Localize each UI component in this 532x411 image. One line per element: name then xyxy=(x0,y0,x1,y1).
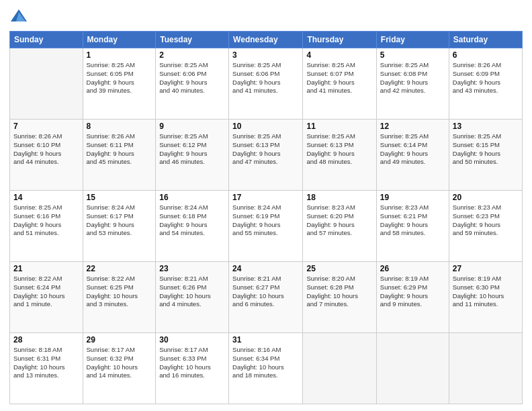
day-number: 12 xyxy=(380,122,445,131)
calendar-cell: 19Sunrise: 8:23 AM Sunset: 6:21 PM Dayli… xyxy=(376,191,449,262)
day-info: Sunrise: 8:19 AM Sunset: 6:30 PM Dayligh… xyxy=(453,275,519,309)
calendar-cell: 27Sunrise: 8:19 AM Sunset: 6:30 PM Dayli… xyxy=(449,262,522,333)
calendar-cell: 12Sunrise: 8:25 AM Sunset: 6:14 PM Dayli… xyxy=(376,120,449,191)
day-info: Sunrise: 8:25 AM Sunset: 6:05 PM Dayligh… xyxy=(87,61,152,95)
calendar-col-friday: Friday xyxy=(376,32,449,48)
day-number: 29 xyxy=(87,335,152,345)
calendar-cell: 20Sunrise: 8:23 AM Sunset: 6:23 PM Dayli… xyxy=(449,191,522,262)
calendar-week-4: 28Sunrise: 8:18 AM Sunset: 6:31 PM Dayli… xyxy=(10,333,523,404)
day-info: Sunrise: 8:17 AM Sunset: 6:33 PM Dayligh… xyxy=(159,346,225,380)
calendar-col-tuesday: Tuesday xyxy=(156,32,229,48)
day-info: Sunrise: 8:25 AM Sunset: 6:16 PM Dayligh… xyxy=(13,203,79,238)
calendar-cell: 5Sunrise: 8:25 AM Sunset: 6:08 PM Daylig… xyxy=(376,48,449,120)
header xyxy=(9,7,523,26)
day-info: Sunrise: 8:20 AM Sunset: 6:28 PM Dayligh… xyxy=(306,275,372,309)
day-info: Sunrise: 8:25 AM Sunset: 6:13 PM Dayligh… xyxy=(232,132,299,167)
day-info: Sunrise: 8:25 AM Sunset: 6:15 PM Dayligh… xyxy=(453,132,519,167)
calendar-cell: 3Sunrise: 8:25 AM Sunset: 6:06 PM Daylig… xyxy=(229,48,303,120)
calendar-cell: 17Sunrise: 8:24 AM Sunset: 6:19 PM Dayli… xyxy=(229,191,303,262)
calendar-cell: 1Sunrise: 8:25 AM Sunset: 6:05 PM Daylig… xyxy=(83,48,156,120)
calendar-cell: 16Sunrise: 8:24 AM Sunset: 6:18 PM Dayli… xyxy=(156,191,229,262)
calendar-cell: 10Sunrise: 8:25 AM Sunset: 6:13 PM Dayli… xyxy=(229,120,303,191)
calendar-cell: 13Sunrise: 8:25 AM Sunset: 6:15 PM Dayli… xyxy=(449,120,522,191)
day-number: 15 xyxy=(87,193,152,202)
day-number: 1 xyxy=(87,50,152,60)
day-number: 17 xyxy=(232,193,299,202)
calendar-cell: 2Sunrise: 8:25 AM Sunset: 6:06 PM Daylig… xyxy=(156,48,229,120)
day-info: Sunrise: 8:23 AM Sunset: 6:21 PM Dayligh… xyxy=(380,203,445,238)
day-number: 3 xyxy=(232,50,299,60)
calendar-cell xyxy=(10,48,83,120)
day-number: 13 xyxy=(453,122,519,131)
day-info: Sunrise: 8:17 AM Sunset: 6:32 PM Dayligh… xyxy=(87,346,152,380)
day-number: 22 xyxy=(87,264,152,273)
day-info: Sunrise: 8:16 AM Sunset: 6:34 PM Dayligh… xyxy=(232,346,299,380)
calendar-week-2: 14Sunrise: 8:25 AM Sunset: 6:16 PM Dayli… xyxy=(10,191,523,262)
calendar-cell: 22Sunrise: 8:22 AM Sunset: 6:25 PM Dayli… xyxy=(83,262,156,333)
calendar-cell: 26Sunrise: 8:19 AM Sunset: 6:29 PM Dayli… xyxy=(376,262,449,333)
calendar-cell: 31Sunrise: 8:16 AM Sunset: 6:34 PM Dayli… xyxy=(229,333,303,404)
calendar-col-thursday: Thursday xyxy=(303,32,376,48)
calendar-week-0: 1Sunrise: 8:25 AM Sunset: 6:05 PM Daylig… xyxy=(10,48,523,120)
day-number: 4 xyxy=(306,50,372,60)
day-info: Sunrise: 8:25 AM Sunset: 6:07 PM Dayligh… xyxy=(306,61,372,95)
day-info: Sunrise: 8:25 AM Sunset: 6:13 PM Dayligh… xyxy=(306,132,372,167)
day-info: Sunrise: 8:24 AM Sunset: 6:19 PM Dayligh… xyxy=(232,203,299,238)
day-info: Sunrise: 8:24 AM Sunset: 6:17 PM Dayligh… xyxy=(87,203,152,238)
day-info: Sunrise: 8:23 AM Sunset: 6:20 PM Dayligh… xyxy=(306,203,372,238)
calendar-cell: 29Sunrise: 8:17 AM Sunset: 6:32 PM Dayli… xyxy=(83,333,156,404)
calendar-cell xyxy=(449,333,522,404)
calendar-table: SundayMondayTuesdayWednesdayThursdayFrid… xyxy=(9,31,523,404)
calendar-cell: 6Sunrise: 8:26 AM Sunset: 6:09 PM Daylig… xyxy=(449,48,522,120)
day-info: Sunrise: 8:18 AM Sunset: 6:31 PM Dayligh… xyxy=(13,346,79,380)
calendar-cell: 18Sunrise: 8:23 AM Sunset: 6:20 PM Dayli… xyxy=(303,191,376,262)
day-info: Sunrise: 8:22 AM Sunset: 6:24 PM Dayligh… xyxy=(13,275,79,309)
calendar-cell: 23Sunrise: 8:21 AM Sunset: 6:26 PM Dayli… xyxy=(156,262,229,333)
day-number: 21 xyxy=(13,264,79,273)
day-number: 11 xyxy=(306,122,372,131)
calendar-cell: 28Sunrise: 8:18 AM Sunset: 6:31 PM Dayli… xyxy=(10,333,83,404)
day-info: Sunrise: 8:23 AM Sunset: 6:23 PM Dayligh… xyxy=(453,203,519,238)
calendar-col-monday: Monday xyxy=(83,32,156,48)
day-info: Sunrise: 8:25 AM Sunset: 6:06 PM Dayligh… xyxy=(232,61,299,95)
day-number: 24 xyxy=(232,264,299,273)
day-number: 23 xyxy=(159,264,225,273)
calendar-header-row: SundayMondayTuesdayWednesdayThursdayFrid… xyxy=(10,32,523,48)
calendar-cell: 14Sunrise: 8:25 AM Sunset: 6:16 PM Dayli… xyxy=(10,191,83,262)
day-info: Sunrise: 8:22 AM Sunset: 6:25 PM Dayligh… xyxy=(87,275,152,309)
day-number: 26 xyxy=(380,264,445,273)
calendar-cell: 9Sunrise: 8:25 AM Sunset: 6:12 PM Daylig… xyxy=(156,120,229,191)
calendar-week-1: 7Sunrise: 8:26 AM Sunset: 6:10 PM Daylig… xyxy=(10,120,523,191)
page: SundayMondayTuesdayWednesdayThursdayFrid… xyxy=(0,0,532,411)
day-info: Sunrise: 8:26 AM Sunset: 6:11 PM Dayligh… xyxy=(87,132,152,167)
day-info: Sunrise: 8:25 AM Sunset: 6:12 PM Dayligh… xyxy=(159,132,225,167)
calendar-cell: 24Sunrise: 8:21 AM Sunset: 6:27 PM Dayli… xyxy=(229,262,303,333)
logo-icon xyxy=(9,7,28,26)
calendar-cell: 30Sunrise: 8:17 AM Sunset: 6:33 PM Dayli… xyxy=(156,333,229,404)
day-number: 8 xyxy=(87,122,152,131)
calendar-cell: 15Sunrise: 8:24 AM Sunset: 6:17 PM Dayli… xyxy=(83,191,156,262)
day-info: Sunrise: 8:26 AM Sunset: 6:10 PM Dayligh… xyxy=(13,132,79,167)
day-number: 28 xyxy=(13,335,79,345)
day-number: 14 xyxy=(13,193,79,202)
calendar-cell: 21Sunrise: 8:22 AM Sunset: 6:24 PM Dayli… xyxy=(10,262,83,333)
day-number: 7 xyxy=(13,122,79,131)
day-number: 16 xyxy=(159,193,225,202)
day-info: Sunrise: 8:19 AM Sunset: 6:29 PM Dayligh… xyxy=(380,275,445,309)
calendar-col-saturday: Saturday xyxy=(449,32,522,48)
calendar-cell xyxy=(376,333,449,404)
calendar-col-sunday: Sunday xyxy=(10,32,83,48)
day-number: 19 xyxy=(380,193,445,202)
day-number: 30 xyxy=(159,335,225,345)
calendar-week-3: 21Sunrise: 8:22 AM Sunset: 6:24 PM Dayli… xyxy=(10,262,523,333)
calendar-cell: 4Sunrise: 8:25 AM Sunset: 6:07 PM Daylig… xyxy=(303,48,376,120)
day-number: 27 xyxy=(453,264,519,273)
day-info: Sunrise: 8:21 AM Sunset: 6:27 PM Dayligh… xyxy=(232,275,299,309)
calendar-cell: 25Sunrise: 8:20 AM Sunset: 6:28 PM Dayli… xyxy=(303,262,376,333)
day-info: Sunrise: 8:25 AM Sunset: 6:14 PM Dayligh… xyxy=(380,132,445,167)
logo xyxy=(9,7,31,26)
calendar-cell xyxy=(303,333,376,404)
day-number: 31 xyxy=(232,335,299,345)
day-number: 5 xyxy=(380,50,445,60)
day-info: Sunrise: 8:25 AM Sunset: 6:08 PM Dayligh… xyxy=(380,61,445,95)
